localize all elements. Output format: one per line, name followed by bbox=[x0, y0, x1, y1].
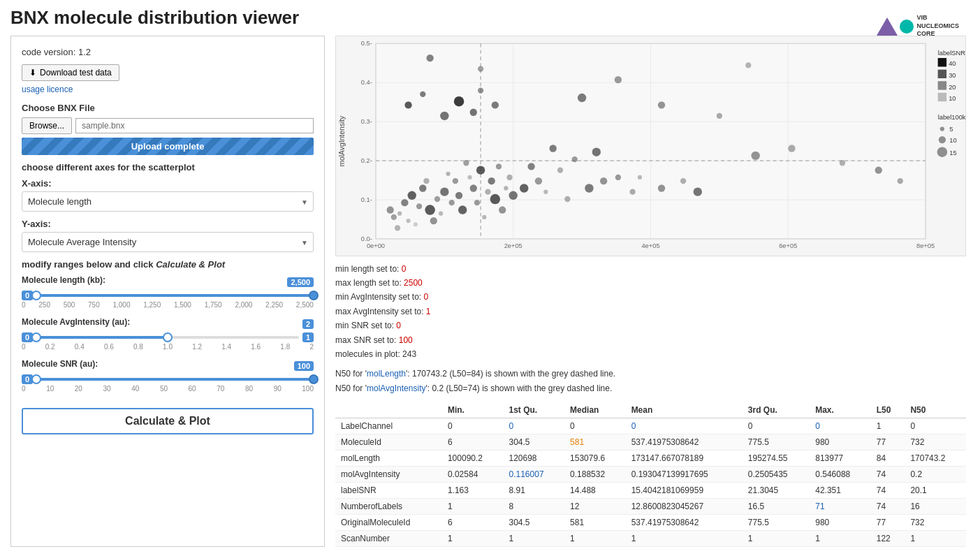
svg-point-55 bbox=[506, 175, 512, 180]
table-body: LabelChannel00000010MoleculeId6304.55815… bbox=[335, 418, 966, 547]
mol-length-left-thumb[interactable] bbox=[31, 291, 41, 300]
col-q1: 1st Qu. bbox=[504, 402, 565, 418]
y-axis-select[interactable]: Molecule Average Intensity MoleculeId mo… bbox=[22, 232, 314, 252]
mol-length-label: Molecule length (kb): bbox=[22, 275, 105, 285]
svg-point-90 bbox=[840, 160, 845, 166]
svg-point-58 bbox=[557, 167, 563, 173]
table-row: molAvgIntensity0.025840.1160070.1885320.… bbox=[335, 467, 966, 483]
svg-point-37 bbox=[430, 217, 437, 224]
file-name-display: sample.bnx bbox=[75, 118, 314, 133]
svg-point-45 bbox=[467, 175, 471, 180]
svg-point-31 bbox=[414, 222, 418, 226]
mol-snr-slider-header: Molecule SNR (au): 100 bbox=[22, 359, 314, 373]
svg-point-25 bbox=[408, 191, 416, 200]
svg-point-89 bbox=[788, 145, 795, 152]
svg-point-27 bbox=[406, 219, 410, 223]
svg-point-86 bbox=[658, 101, 665, 108]
mol-avg-slider-row: 0 1 bbox=[22, 332, 314, 342]
mol-snr-right-thumb[interactable] bbox=[309, 374, 319, 384]
svg-point-71 bbox=[658, 184, 665, 191]
y-axis-dropdown-wrapper: Molecule Average Intensity MoleculeId mo… bbox=[22, 232, 314, 252]
col-l50: L50 bbox=[871, 402, 905, 418]
mol-avg-end-badge: 2 bbox=[302, 319, 314, 329]
svg-point-32 bbox=[395, 225, 400, 231]
svg-point-46 bbox=[474, 200, 480, 205]
svg-point-41 bbox=[453, 178, 458, 184]
axes-section: choose different axes for the scatterplo… bbox=[22, 162, 314, 252]
svg-point-102 bbox=[940, 126, 944, 131]
x-axis-select[interactable]: Molecule length MoleculeId molAvgIntensi… bbox=[22, 191, 314, 212]
mol-avg-slider-section: Molecule AvgIntensity (au): 2 0 1 0 bbox=[22, 317, 314, 351]
x-axis-label: X-axis: bbox=[22, 178, 314, 189]
svg-point-85 bbox=[578, 94, 586, 102]
svg-point-26 bbox=[416, 203, 422, 209]
stat-max-avg: max AvgIntensity set to: bbox=[335, 307, 426, 316]
svg-point-49 bbox=[482, 215, 486, 219]
left-panel: code version: 1.2 ⬇ Download test data u… bbox=[10, 36, 325, 547]
n50-text: N50 for 'molLength': 170743.2 (L50=84) i… bbox=[335, 367, 966, 395]
right-panel: 0.5- 0.4- 0.3- 0.2- 0.1- 0.0- 0e+00 2e+0… bbox=[332, 36, 970, 547]
svg-point-84 bbox=[745, 62, 751, 68]
mol-snr-slider-section: Molecule SNR (au): 100 0 0 10 bbox=[22, 359, 314, 393]
svg-point-83 bbox=[615, 76, 622, 83]
download-button[interactable]: ⬇ Download test data bbox=[22, 64, 119, 81]
calculate-plot-button[interactable]: Calculate & Plot bbox=[22, 408, 314, 434]
svg-text:0.0-: 0.0- bbox=[361, 235, 372, 242]
usage-licence-link[interactable]: usage licence bbox=[22, 85, 314, 94]
svg-point-30 bbox=[434, 196, 440, 202]
svg-rect-100 bbox=[938, 93, 946, 101]
svg-point-33 bbox=[386, 206, 393, 213]
col-min: Min. bbox=[442, 402, 504, 418]
svg-point-39 bbox=[446, 172, 450, 176]
mol-avg-tick-labels: 0 0.2 0.4 0.6 0.8 1.0 1.2 1.4 1.6 1.8 2 bbox=[22, 343, 314, 351]
svg-point-54 bbox=[499, 206, 506, 213]
y-axis-title: molAvgIntensity bbox=[338, 115, 346, 167]
svg-point-43 bbox=[463, 160, 469, 166]
x-axis-title: molLength bbox=[634, 253, 668, 254]
svg-point-53 bbox=[504, 186, 508, 190]
browse-button[interactable]: Browse... bbox=[22, 117, 72, 134]
svg-point-50 bbox=[488, 177, 495, 184]
version-label: code version: 1.2 bbox=[22, 47, 314, 57]
upload-status-bar: Upload complete bbox=[22, 138, 314, 155]
col-median: Median bbox=[564, 402, 626, 418]
logo-shapes bbox=[877, 17, 914, 36]
svg-text:0.4-: 0.4- bbox=[361, 79, 372, 86]
svg-text:6e+05: 6e+05 bbox=[779, 242, 797, 249]
mol-length-right-thumb[interactable] bbox=[309, 291, 319, 300]
col-n50: N50 bbox=[905, 402, 966, 418]
svg-point-57 bbox=[535, 177, 542, 184]
mol-avg-right-thumb[interactable] bbox=[163, 332, 173, 342]
table-row: OriginalMoleculeId6304.5581537.419753086… bbox=[335, 515, 966, 531]
col-max: Max. bbox=[810, 402, 871, 418]
svg-point-82 bbox=[478, 66, 483, 71]
table-row: MoleculeId6304.5581537.41975308642775.59… bbox=[335, 434, 966, 451]
mol-length-slider-header: Molecule length (kb): 2,500 bbox=[22, 275, 314, 289]
svg-point-34 bbox=[440, 187, 448, 196]
svg-point-38 bbox=[423, 178, 429, 184]
mol-avg-label: Molecule AvgIntensity (au): bbox=[22, 317, 130, 327]
svg-point-51 bbox=[490, 194, 500, 204]
svg-point-36 bbox=[439, 212, 443, 216]
svg-point-28 bbox=[419, 184, 426, 191]
svg-point-91 bbox=[875, 166, 882, 173]
mol-length-tick-labels: 0 250 500 750 1,000 1,250 1,500 1,750 2,… bbox=[22, 301, 314, 309]
svg-point-87 bbox=[717, 113, 722, 119]
mol-avg-left-thumb[interactable] bbox=[31, 332, 41, 342]
table-header-row: Min. 1st Qu. Median Mean 3rd Qu. Max. L5… bbox=[335, 402, 966, 418]
mol-avg-slider-header: Molecule AvgIntensity (au): 2 bbox=[22, 317, 314, 331]
mol-snr-slider-row: 0 bbox=[22, 374, 314, 384]
stats-table: Min. 1st Qu. Median Mean 3rd Qu. Max. L5… bbox=[335, 402, 966, 547]
mol-length-max-badge: 2,500 bbox=[287, 277, 314, 287]
x-axis-dropdown-wrapper: Molecule length MoleculeId molAvgIntensi… bbox=[22, 191, 314, 212]
svg-point-60 bbox=[615, 175, 621, 180]
svg-point-44 bbox=[470, 184, 477, 191]
mol-snr-left-thumb[interactable] bbox=[31, 374, 41, 384]
table-row: molLength100090.2120698153079.6173147.66… bbox=[335, 451, 966, 467]
svg-text:0.1-: 0.1- bbox=[361, 196, 372, 203]
svg-text:8e+05: 8e+05 bbox=[916, 242, 935, 249]
svg-text:30: 30 bbox=[949, 72, 956, 79]
svg-point-74 bbox=[404, 101, 411, 108]
svg-text:0.3-: 0.3- bbox=[361, 118, 372, 125]
svg-text:2e+05: 2e+05 bbox=[504, 242, 522, 249]
